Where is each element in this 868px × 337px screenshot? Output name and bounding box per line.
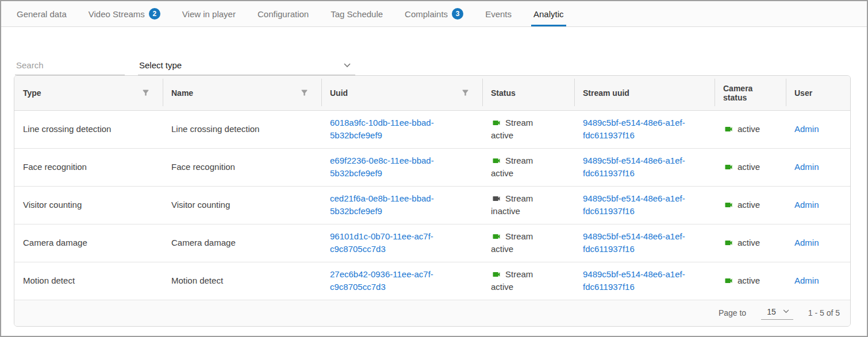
tab-analytic[interactable]: Analytic — [533, 1, 564, 26]
cell-name: Line crossing detection — [163, 110, 321, 148]
videocam-icon stream-status-icon — [491, 194, 502, 202]
user-link[interactable]: Admin — [794, 162, 819, 172]
uuid-link[interactable]: ced21f6a-0e8b-11ee-bbad-5b32bcfe9ef9 — [330, 193, 434, 216]
column-header-stream-uuid: Stream uuid — [574, 76, 715, 110]
user-link[interactable]: Admin — [794, 200, 819, 210]
uuid-link[interactable]: 96101d1c-0b70-11ee-ac7f-c9c8705cc7d3 — [330, 231, 433, 254]
cell-name: Camera damage — [163, 224, 321, 262]
cell-type: Motion detect — [14, 262, 163, 300]
page-size-select[interactable]: 15 — [761, 306, 793, 320]
videocam-icon camera-status-icon — [723, 238, 734, 246]
column-label: Stream uuid — [583, 88, 629, 98]
tab-general-data[interactable]: General data — [17, 1, 67, 26]
tab-configuration[interactable]: Configuration — [258, 1, 309, 26]
camera-status-label: active — [738, 276, 760, 285]
tab-label: Configuration — [258, 9, 309, 19]
cell-stream-status: Stream active — [482, 262, 574, 300]
user-link[interactable]: Admin — [794, 124, 819, 134]
column-header-camera-status: Camera status — [715, 76, 786, 110]
cell-stream-uuid: 9489c5bf-e514-48e6-a1ef-fdc611937f16 — [574, 148, 715, 186]
videocam-icon camera-status-icon — [723, 200, 734, 208]
tab-label: Complaints — [405, 9, 448, 19]
stream-uuid-link[interactable]: 9489c5bf-e514-48e6-a1ef-fdc611937f16 — [583, 193, 685, 216]
tab-complaints[interactable]: Complaints 3 — [405, 1, 463, 26]
cell-camera-status: active — [715, 110, 786, 148]
cell-camera-status: active — [715, 148, 786, 186]
cell-uuid: ced21f6a-0e8b-11ee-bbad-5b32bcfe9ef9 — [321, 186, 482, 224]
table-row: Motion detect Motion detect 27ec6b42-093… — [14, 262, 850, 300]
cell-stream-status: Stream active — [482, 110, 574, 148]
cell-stream-uuid: 9489c5bf-e514-48e6-a1ef-fdc611937f16 — [574, 224, 715, 262]
cell-camera-status: active — [715, 186, 786, 224]
tab-label: General data — [17, 9, 67, 19]
camera-status-label: active — [738, 238, 760, 247]
tab-view-in-player[interactable]: View in player — [182, 1, 236, 26]
page-size-value: 15 — [767, 307, 776, 316]
camera-status-label: active — [738, 200, 760, 210]
camera-status-label: active — [738, 162, 760, 172]
pagination-bar: Page to 15 1 - 5 of 5 — [14, 300, 850, 326]
chevron-down-icon — [783, 309, 790, 314]
uuid-link[interactable]: e69f2236-0e8c-11ee-bbad-5b32bcfe9ef9 — [330, 156, 434, 178]
cell-name: Visitor counting — [163, 186, 321, 224]
complaints-count-badge: 3 — [452, 8, 463, 20]
videocam-icon camera-status-icon — [723, 276, 734, 284]
video-streams-count-badge: 2 — [149, 8, 160, 20]
table-header: Type Name Uuid — [14, 76, 850, 110]
table-row: Camera damage Camera damage 96101d1c-0b7… — [14, 224, 850, 262]
user-link[interactable]: Admin — [794, 238, 819, 247]
user-link[interactable]: Admin — [794, 276, 819, 285]
cell-uuid: 27ec6b42-0936-11ee-ac7f-c9c8705cc7d3 — [321, 262, 482, 300]
tab-bar: General data Video Streams 2 View in pla… — [1, 1, 867, 27]
cell-uuid: 96101d1c-0b70-11ee-ac7f-c9c8705cc7d3 — [321, 224, 482, 262]
column-header-user: User — [786, 76, 850, 110]
cell-uuid: 6018a9fc-10db-11ee-bbad-5b32bcfe9ef9 — [321, 110, 482, 148]
column-label: Status — [491, 88, 516, 98]
cell-user: Admin — [786, 262, 850, 300]
filters-row: Select type — [1, 27, 867, 75]
cell-stream-uuid: 9489c5bf-e514-48e6-a1ef-fdc611937f16 — [574, 110, 715, 148]
tab-label: View in player — [182, 9, 236, 19]
column-label: User — [794, 88, 812, 98]
pagination-range: 1 - 5 of 5 — [808, 308, 840, 317]
cell-type: Camera damage — [14, 224, 163, 262]
cell-user: Admin — [786, 110, 850, 148]
page-to-label: Page to — [719, 308, 746, 317]
chevron-down-icon — [344, 63, 351, 68]
tab-events[interactable]: Events — [485, 1, 512, 26]
tab-label: Analytic — [533, 9, 564, 19]
cell-user: Admin — [786, 224, 850, 262]
cell-stream-uuid: 9489c5bf-e514-48e6-a1ef-fdc611937f16 — [574, 262, 715, 300]
stream-uuid-link[interactable]: 9489c5bf-e514-48e6-a1ef-fdc611937f16 — [583, 231, 685, 254]
videocam-icon camera-status-icon — [723, 125, 734, 133]
tab-label: Video Streams — [89, 9, 145, 19]
filter-icon[interactable] — [300, 88, 309, 97]
filter-icon[interactable] — [141, 88, 150, 97]
cell-name: Face recognition — [163, 148, 321, 186]
column-label: Type — [23, 88, 41, 98]
camera-status-label: active — [738, 124, 760, 134]
cell-name: Motion detect — [163, 262, 321, 300]
cell-camera-status: active — [715, 224, 786, 262]
cell-type: Line crossing detection — [14, 110, 163, 148]
table-row: Face recognition Face recognition e69f22… — [14, 148, 850, 186]
column-header-status: Status — [482, 76, 574, 110]
search-input[interactable] — [15, 57, 125, 75]
videocam-icon camera-status-icon — [723, 162, 734, 171]
cell-camera-status: active — [715, 262, 786, 300]
analytics-table: Type Name Uuid — [14, 75, 851, 327]
videocam-icon stream-status-icon — [491, 118, 502, 126]
stream-uuid-link[interactable]: 9489c5bf-e514-48e6-a1ef-fdc611937f16 — [583, 269, 685, 292]
uuid-link[interactable]: 6018a9fc-10db-11ee-bbad-5b32bcfe9ef9 — [330, 118, 434, 140]
column-label: Name — [171, 88, 193, 98]
cell-type: Visitor counting — [14, 186, 163, 224]
filter-icon[interactable] — [461, 88, 470, 97]
type-select-dropdown[interactable]: Select type — [138, 57, 355, 75]
videocam-icon stream-status-icon — [491, 270, 502, 278]
tab-tag-schedule[interactable]: Tag Schedule — [331, 1, 383, 26]
stream-uuid-link[interactable]: 9489c5bf-e514-48e6-a1ef-fdc611937f16 — [583, 118, 685, 140]
uuid-link[interactable]: 27ec6b42-0936-11ee-ac7f-c9c8705cc7d3 — [330, 269, 433, 292]
stream-uuid-link[interactable]: 9489c5bf-e514-48e6-a1ef-fdc611937f16 — [583, 156, 685, 178]
tab-label: Tag Schedule — [331, 9, 383, 19]
tab-video-streams[interactable]: Video Streams 2 — [89, 1, 160, 26]
